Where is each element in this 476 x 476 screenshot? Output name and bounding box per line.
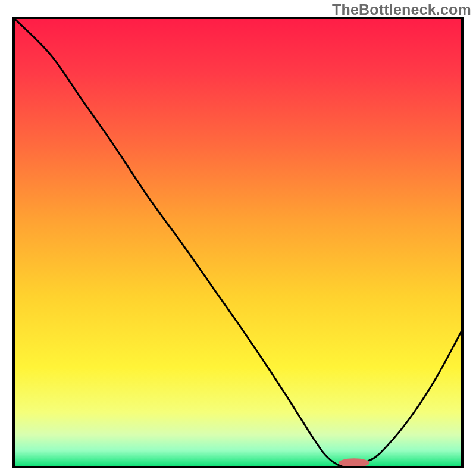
background-rect	[15, 19, 461, 466]
watermark-text: TheBottleneck.com	[332, 1, 471, 18]
chart-root: TheBottleneck.com	[0, 0, 476, 476]
chart-area	[12, 17, 464, 468]
chart-svg	[15, 19, 461, 466]
